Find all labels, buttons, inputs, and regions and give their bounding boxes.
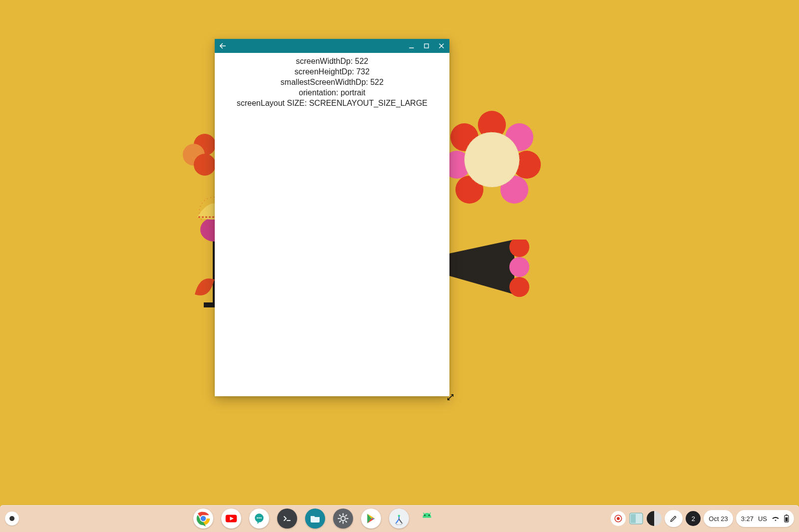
app-chrome[interactable] — [193, 509, 213, 529]
tray-date-text: Oct 23 — [709, 515, 728, 523]
app-chat[interactable] — [249, 509, 269, 529]
tray-input-text: US — [758, 515, 767, 523]
config-line: screenLayout SIZE: SCREENLAYOUT_SIZE_LAR… — [215, 98, 449, 108]
tray-running-app-thumb-1[interactable] — [629, 511, 644, 526]
notification-count-text: 2 — [692, 515, 695, 523]
battery-icon — [784, 515, 789, 523]
android-app-window: screenWidthDp: 522 screenHeightDp: 732 s… — [215, 39, 449, 396]
back-button[interactable] — [218, 41, 228, 51]
tray-status-pill[interactable]: 3:27 US — [736, 510, 794, 527]
config-line: screenWidthDp: 522 — [215, 56, 449, 66]
svg-marker-16 — [444, 240, 514, 294]
maximize-button[interactable] — [421, 41, 431, 51]
wifi-icon — [772, 515, 780, 523]
svg-rect-39 — [786, 515, 787, 516]
svg-point-33 — [428, 515, 430, 516]
app-settings[interactable] — [333, 509, 353, 529]
svg-point-35 — [617, 517, 620, 520]
tray-record-icon[interactable] — [611, 511, 626, 526]
window-titlebar — [215, 39, 449, 53]
app-files[interactable] — [305, 509, 325, 529]
tray-notification-count[interactable]: 2 — [686, 511, 701, 526]
svg-point-29 — [260, 518, 262, 519]
resize-cursor-icon — [446, 393, 454, 401]
config-line: screenHeightDp: 732 — [215, 67, 449, 77]
svg-point-32 — [424, 515, 425, 516]
window-content: screenWidthDp: 522 screenHeightDp: 732 s… — [215, 53, 449, 108]
app-terminal[interactable] — [277, 509, 297, 529]
svg-rect-37 — [631, 514, 636, 523]
app-android[interactable] — [417, 509, 437, 529]
svg-point-30 — [341, 517, 345, 521]
svg-point-27 — [257, 518, 258, 519]
config-line: smallestScreenWidthDp: 522 — [215, 77, 449, 87]
tray-time-text: 3:27 — [741, 515, 754, 523]
tray-date-pill[interactable]: Oct 23 — [704, 510, 733, 527]
config-line: orientation: portrait — [215, 88, 449, 98]
svg-rect-20 — [424, 44, 428, 48]
svg-rect-40 — [786, 518, 788, 522]
svg-point-28 — [258, 518, 260, 519]
launcher-button[interactable] — [5, 512, 19, 526]
tray-stylus-pill[interactable] — [665, 510, 683, 527]
tray-contrast-icon[interactable] — [647, 511, 662, 526]
shelf-taskbar: 2 Oct 23 3:27 US — [0, 505, 799, 532]
svg-point-19 — [509, 277, 529, 297]
app-youtube[interactable] — [221, 509, 241, 529]
svg-point-18 — [509, 257, 529, 277]
svg-point-5 — [194, 154, 216, 176]
minimize-button[interactable] — [406, 41, 416, 51]
app-android-studio[interactable] — [389, 509, 409, 529]
app-play-store[interactable] — [361, 509, 381, 529]
close-button[interactable] — [436, 41, 446, 51]
